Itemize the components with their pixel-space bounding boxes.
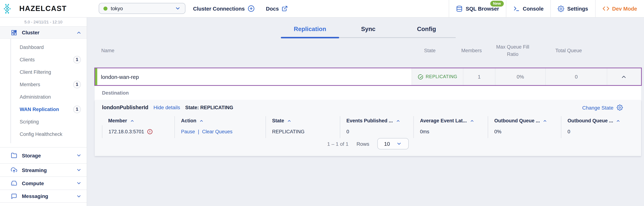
outbound-queue-fill-cell: 0% xyxy=(488,125,561,138)
grid-icon xyxy=(11,29,17,36)
destination-card: Destination londonPublisherId Hide detai… xyxy=(95,86,641,156)
members-table: Member Action State Events Published ... xyxy=(102,116,636,138)
publisher-summary: londonPublisherId Hide details State: RE… xyxy=(102,105,233,110)
sort-ascending-icon xyxy=(616,119,620,123)
gear-icon xyxy=(617,105,623,111)
events-published-column-label: Events Published ... xyxy=(346,118,393,124)
column-header-expand xyxy=(608,43,642,58)
sidebar-item-label: Config Healthcheck xyxy=(20,131,62,137)
sidebar-section-label: Streaming xyxy=(22,167,72,173)
member-column-label: Member xyxy=(108,118,127,124)
sidebar-section-cluster-label: Cluster xyxy=(22,30,72,35)
member-state-cell: REPLICATING xyxy=(266,125,340,138)
publisher-state: State: REPLICATING xyxy=(185,105,233,110)
pagination-range: 1 – 1 of 1 xyxy=(327,141,348,147)
state-column-header[interactable]: State xyxy=(266,116,340,125)
column-header-members: Members xyxy=(464,43,496,58)
outbound-queue-fill-column-label: Outbound Queue ... xyxy=(494,118,540,124)
cluster-connections-label: Cluster Connections xyxy=(193,6,245,12)
settings-button[interactable]: Settings xyxy=(550,0,595,17)
action-column-label: Action xyxy=(181,118,196,124)
sidebar-item-members[interactable]: Members1 xyxy=(11,78,87,90)
console-button[interactable]: Console xyxy=(506,0,550,17)
sidebar-item-label: Clients xyxy=(20,57,35,62)
sql-browser-button[interactable]: New SQL Browser xyxy=(449,0,506,17)
sidebar-item-wan-replication[interactable]: WAN Replication1 xyxy=(11,103,87,116)
docs-link[interactable]: Docs xyxy=(266,0,288,17)
chevron-down-icon xyxy=(76,153,82,158)
dev-mode-button[interactable]: Dev Mode xyxy=(595,0,644,17)
pagination: 1 – 1 of 1 Rows 10 xyxy=(95,138,641,149)
rows-per-page-value: 10 xyxy=(384,141,390,147)
sidebar-item-client-filtering[interactable]: Client Filtering xyxy=(11,66,87,78)
average-event-latency-column-header[interactable]: Average Event Lat... xyxy=(414,116,488,125)
outbound-queue-fill-column-header[interactable]: Outbound Queue ... xyxy=(488,116,561,125)
alert-circle-icon[interactable] xyxy=(147,129,152,134)
check-circle-icon xyxy=(418,74,423,79)
outbound-queue-size-column-header[interactable]: Outbound Queue ... xyxy=(561,116,636,125)
chevron-down-icon xyxy=(76,180,82,186)
member-column-header[interactable]: Member xyxy=(102,116,174,125)
brand-wordmark: HAZELCAST xyxy=(19,4,67,13)
count-badge: 1 xyxy=(73,56,81,63)
sidebar-section-storage[interactable]: Storage xyxy=(0,147,87,163)
column-header-max-queue-fill-ratio: Max Queue Fill Ratio xyxy=(496,43,546,58)
pause-link[interactable]: Pause xyxy=(181,129,195,134)
top-bar-actions: New SQL Browser Console Settings xyxy=(449,0,644,17)
outbound-queue-size-cell: 0 xyxy=(561,125,636,138)
chat-bubble-icon xyxy=(11,193,17,199)
destination-label: Destination xyxy=(102,90,129,96)
sidebar-item-dashboard[interactable]: Dashboard xyxy=(11,41,87,53)
events-published-column-header[interactable]: Events Published ... xyxy=(340,116,414,125)
sidebar-item-label: WAN Replication xyxy=(20,107,59,112)
dev-mode-label: Dev Mode xyxy=(612,6,637,12)
tab-config[interactable]: Config xyxy=(398,22,456,37)
sidebar-section-label: Messaging xyxy=(22,193,72,199)
chevron-up-icon xyxy=(76,30,82,35)
cluster-select[interactable]: tokyo xyxy=(99,3,186,14)
action-column-header[interactable]: Action xyxy=(174,116,266,125)
member-cell: 172.18.0.3:5701 xyxy=(102,125,174,138)
collapse-row-button[interactable] xyxy=(607,68,640,85)
replication-state-text: REPLICATING xyxy=(426,74,457,79)
tab-sync[interactable]: Sync xyxy=(339,22,398,37)
sidebar-item-administration[interactable]: Administration xyxy=(11,90,87,103)
sidebar-section-label: Storage xyxy=(22,152,72,158)
wan-tabs: Replication Sync Config xyxy=(281,22,456,38)
average-event-latency-column-label: Average Event Lat... xyxy=(420,118,467,124)
tab-replication[interactable]: Replication xyxy=(281,22,339,37)
sidebar-section-compute[interactable]: Compute xyxy=(0,176,87,189)
cluster-connections-button[interactable]: Cluster Connections xyxy=(193,0,254,17)
destination-header: Destination xyxy=(95,86,641,100)
docs-label: Docs xyxy=(266,6,279,12)
replication-members-cell: 1 xyxy=(463,68,495,85)
sidebar-sections: Storage Streaming Compute xyxy=(0,147,87,203)
change-state-button[interactable]: Change State xyxy=(582,105,623,111)
count-badge: 1 xyxy=(73,80,81,88)
sidebar-section-cluster[interactable]: Cluster xyxy=(0,27,87,39)
hazelcast-logo: HAZELCAST xyxy=(4,3,67,14)
sidebar-item-clients[interactable]: Clients1 xyxy=(11,53,87,66)
outbound-queue-size-column-label: Outbound Queue ... xyxy=(568,118,613,124)
database-icon xyxy=(456,5,463,12)
wan-replication-row[interactable]: london-wan-rep REPLICATING 1 0% 0 xyxy=(94,68,642,86)
hazelcast-logo-icon xyxy=(4,3,17,14)
external-link-icon xyxy=(282,6,288,12)
new-badge: New xyxy=(490,1,504,7)
settings-label: Settings xyxy=(567,6,588,12)
chevron-down-icon xyxy=(396,141,402,146)
sidebar-item-config-healthcheck[interactable]: Config Healthcheck xyxy=(11,128,87,140)
folder-icon xyxy=(11,152,17,159)
sidebar-section-streaming[interactable]: Streaming xyxy=(0,163,87,176)
sort-ascending-icon xyxy=(199,119,204,123)
sidebar-section-messaging[interactable]: Messaging xyxy=(0,189,87,203)
sort-ascending-icon xyxy=(130,119,134,123)
replication-total-queue-cell: 0 xyxy=(545,68,607,85)
sidebar-item-scripting[interactable]: Scripting xyxy=(11,116,87,128)
cluster-select-value: tokyo xyxy=(111,6,175,11)
sidebar-item-label: Scripting xyxy=(20,119,39,124)
hide-details-link[interactable]: Hide details xyxy=(154,105,180,110)
rows-per-page-select[interactable]: 10 xyxy=(377,138,408,149)
sidebar-item-label: Client Filtering xyxy=(20,69,51,75)
clear-queues-link[interactable]: Clear Queues xyxy=(202,129,232,134)
